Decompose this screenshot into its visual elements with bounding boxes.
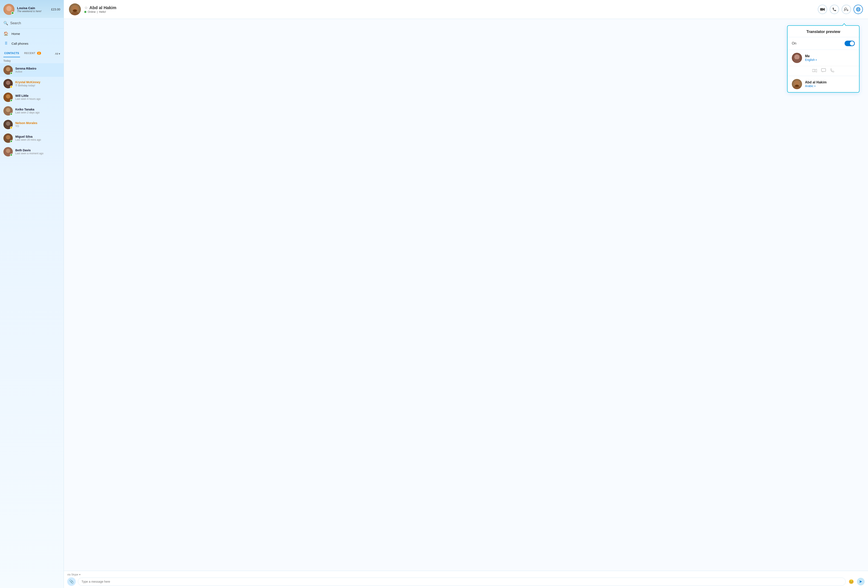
translator-me-language[interactable]: English ▾ <box>805 58 855 62</box>
contact-avatar-will <box>3 93 13 102</box>
attach-button[interactable]: 📎 <box>67 578 76 586</box>
paperclip-icon: 📎 <box>69 579 74 584</box>
search-label: Search <box>10 21 21 25</box>
svg-point-3 <box>6 67 10 71</box>
nav-home-label: Home <box>12 32 20 35</box>
contact-sub-serena: Active <box>15 70 60 73</box>
contact-name-krystal: Krystal McKinney <box>15 80 60 84</box>
chat-body: Translator preview On Me <box>64 19 868 571</box>
chat-contact-name: ☆ Abd al Hakim <box>84 5 814 10</box>
translator-divider <box>788 66 859 76</box>
emoji-button[interactable]: 😊 <box>848 578 855 585</box>
svg-rect-20 <box>820 8 823 10</box>
add-contact-button[interactable] <box>841 5 851 14</box>
contact-sub-beth: Last seen a moment ago <box>15 152 60 155</box>
contact-item-serena[interactable]: Serena Ribeiro Active <box>0 63 63 77</box>
contact-avatar-miguel <box>3 133 13 143</box>
message-input[interactable] <box>78 578 846 586</box>
contact-avatar-krystal <box>3 79 13 88</box>
contact-item-krystal[interactable]: Krystal McKinney ⠿ Birthday today! <box>0 77 63 90</box>
contact-sub-nelson: YO <box>15 125 60 128</box>
translator-header: Translator preview <box>788 26 859 37</box>
chat-contact-info: ☆ Abd al Hakim Online | Hello! <box>84 5 814 13</box>
contact-avatar-nelson <box>3 120 13 129</box>
chat-contact-avatar <box>69 3 81 15</box>
svg-point-19 <box>73 9 77 12</box>
send-button[interactable] <box>857 578 865 585</box>
svg-point-37 <box>795 85 799 87</box>
translator-title: Translator preview <box>792 30 855 34</box>
miguel-status-dot <box>10 140 13 143</box>
video-call-button[interactable] <box>818 5 827 14</box>
contact-item-keiko[interactable]: Keiko Tanaka Last seen 2 days ago <box>0 104 63 118</box>
serena-status-dot <box>10 72 13 74</box>
phone-icon <box>830 68 834 74</box>
contact-avatar-beth <box>3 147 13 157</box>
translator-popup: Translator preview On Me <box>787 25 859 93</box>
svg-marker-33 <box>815 69 817 72</box>
contact-name-keiko: Keiko Tanaka <box>15 108 60 111</box>
user-info: Louisa Cain The weekend is here! <box>17 6 49 13</box>
contact-info-will: Will Little Last seen 4 hours ago <box>15 94 60 100</box>
tab-recent[interactable]: RECENT 2 <box>24 50 42 57</box>
sidebar: Louisa Cain The weekend is here! £23.00 … <box>0 0 64 588</box>
svg-marker-21 <box>823 8 825 11</box>
contact-item-nelson[interactable]: Nelson Morales YO <box>0 118 63 131</box>
video-icon <box>812 68 817 74</box>
contact-item-will[interactable]: Will Little Last seen 4 hours ago <box>0 90 63 104</box>
contact-info-beth: Beth Davis Last seen a moment ago <box>15 149 60 155</box>
tab-contacts[interactable]: CONTACTS <box>3 50 20 57</box>
svg-point-11 <box>6 121 10 126</box>
nelson-status-dot <box>10 126 13 129</box>
call-button[interactable] <box>830 5 839 14</box>
translator-me-avatar <box>792 53 802 63</box>
user-status-dot <box>11 12 14 15</box>
chat-header: ☆ Abd al Hakim Online | Hello! <box>64 0 868 19</box>
toggle-knob <box>850 41 854 46</box>
search-bar[interactable]: 🔍 Search <box>0 18 63 29</box>
contact-name-nelson: Nelson Morales <box>15 121 60 125</box>
contact-name-beth: Beth Davis <box>15 149 60 152</box>
svg-point-9 <box>6 108 10 112</box>
user-credit: £23.00 <box>51 8 60 11</box>
header-actions <box>818 5 863 14</box>
svg-point-15 <box>6 149 10 153</box>
svg-point-2 <box>6 6 12 11</box>
translator-toggle[interactable] <box>844 41 855 46</box>
translator-toggle-row: On <box>788 37 859 50</box>
translator-me-name: Me <box>805 54 855 58</box>
svg-point-7 <box>6 94 10 99</box>
svg-rect-34 <box>821 68 826 71</box>
will-status-dot <box>10 99 13 102</box>
contact-avatar-keiko <box>3 106 13 115</box>
contact-item-beth[interactable]: Beth Davis Last seen a moment ago <box>0 145 63 158</box>
svg-point-13 <box>6 135 10 139</box>
contact-name-serena: Serena Ribeiro <box>15 67 60 70</box>
contact-item-miguel[interactable]: Miguel Silva Last seen 20 mins ago <box>0 131 63 145</box>
chevron-down-icon: ▾ <box>814 85 815 87</box>
chat-input-area: via Skype ▾ 📎 😊 <box>64 571 868 588</box>
chevron-down-icon: ▾ <box>79 573 80 576</box>
search-icon: 🔍 <box>3 21 8 25</box>
chat-icon <box>821 68 826 74</box>
nav-call-phones[interactable]: ⠿ Call phones <box>0 38 63 48</box>
nav-home[interactable]: 🏠 Home <box>0 29 63 38</box>
input-row: 📎 😊 <box>67 578 865 586</box>
krystal-status-dot <box>10 86 13 88</box>
toggle-label: On <box>792 41 844 45</box>
contact-info-miguel: Miguel Silva Last seen 20 mins ago <box>15 135 60 141</box>
translator-button[interactable] <box>853 5 863 14</box>
home-icon: 🏠 <box>3 31 9 36</box>
nav-call-phones-label: Call phones <box>12 42 28 45</box>
contact-info-serena: Serena Ribeiro Active <box>15 67 60 73</box>
all-filter[interactable]: All ▾ <box>55 52 60 55</box>
svg-rect-32 <box>812 69 815 72</box>
translator-contact-language[interactable]: Arabic ▾ <box>805 84 855 88</box>
svg-point-31 <box>793 59 801 63</box>
contact-sub-will: Last seen 4 hours ago <box>15 98 60 100</box>
contacts-list: Today Serena Ribeiro Active <box>0 57 63 588</box>
contact-name-will: Will Little <box>15 94 60 98</box>
keiko-status-dot <box>10 113 13 115</box>
translator-me-row: Me English ▾ <box>788 50 859 66</box>
contact-avatar-serena <box>3 65 13 75</box>
